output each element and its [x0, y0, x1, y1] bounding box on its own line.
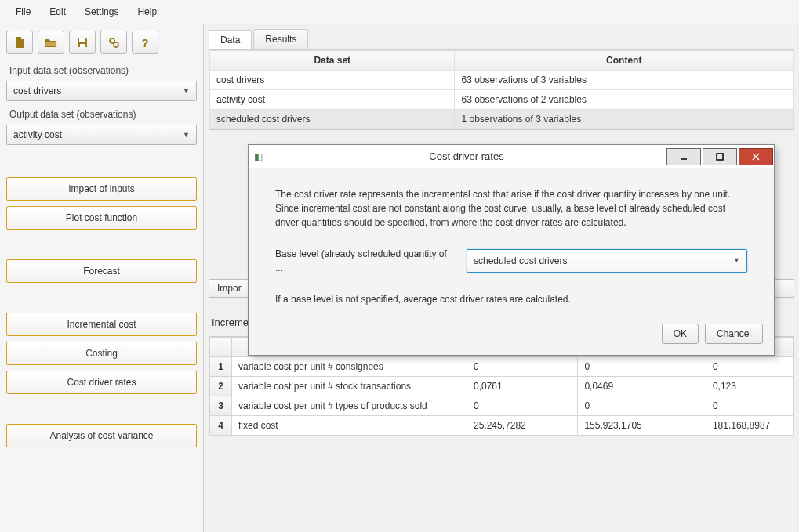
cell-high-bay: 155.923,1705: [578, 416, 706, 436]
cell-rownum: 4: [210, 416, 232, 436]
dialog-titlebar[interactable]: ◧ Cost driver rates: [249, 145, 774, 168]
cell-high-bay: 0: [578, 357, 706, 377]
input-dataset-label: Input data set (observations): [9, 65, 197, 76]
sidebar: ? Input data set (observations) cost dri…: [0, 24, 204, 532]
dialog-note: If a base level is not specified, averag…: [275, 292, 747, 306]
table-row[interactable]: 1variable cost per unit # consignees000: [210, 357, 794, 377]
input-dataset-value: cost drivers: [13, 85, 61, 96]
action-impact-of-inputs[interactable]: Impact of inputs: [6, 177, 197, 201]
cell-rownum: 3: [210, 396, 232, 416]
cell-desc: variable cost per unit # types of produc…: [232, 396, 467, 416]
menu-settings[interactable]: Settings: [75, 3, 128, 20]
table-row[interactable]: 2variable cost per unit # stock transact…: [210, 377, 794, 396]
menubar: File Edit Settings Help: [0, 0, 799, 24]
cell-content: 63 observations of 2 variables: [455, 90, 794, 110]
save-button[interactable]: [69, 31, 96, 54]
cell-content: 63 observations of 3 variables: [455, 71, 794, 90]
dialog-title: Cost driver rates: [267, 150, 666, 162]
col-content[interactable]: Content: [455, 51, 794, 71]
cell-order-processing: 0: [467, 357, 578, 377]
settings-button[interactable]: [100, 31, 127, 54]
cell-desc: fixed cost: [232, 416, 467, 436]
menu-help[interactable]: Help: [128, 3, 166, 20]
cell-dataset: activity cost: [210, 90, 455, 110]
svg-rect-0: [79, 38, 85, 42]
table-row[interactable]: scheduled cost drivers1 observations of …: [210, 110, 794, 129]
toolbar: ?: [6, 31, 197, 54]
table-row[interactable]: cost drivers63 observations of 3 variabl…: [210, 71, 794, 90]
chevron-down-icon: ▼: [183, 131, 190, 139]
dialog-app-icon: ◧: [249, 151, 267, 162]
cost-driver-rates-dialog: ◧ Cost driver rates The cost driver rate…: [248, 144, 775, 356]
dialog-description: The cost driver rate represents the incr…: [275, 187, 747, 230]
cell-order-processing: 0,0761: [467, 377, 578, 396]
cell-sum: 181.168,8987: [706, 416, 793, 436]
output-dataset-value: activity cost: [13, 129, 62, 140]
action-analysis-cost-variance[interactable]: Analysis of cost variance: [6, 424, 197, 447]
action-costing[interactable]: Costing: [6, 342, 197, 365]
output-dataset-dropdown[interactable]: activity cost ▼: [6, 125, 197, 145]
tab-bar: Data Results: [209, 29, 794, 49]
svg-point-3: [114, 42, 118, 47]
cell-content: 1 observations of 3 variables: [455, 110, 794, 129]
input-dataset-dropdown[interactable]: cost drivers ▼: [6, 81, 197, 101]
close-button[interactable]: [739, 148, 773, 165]
ok-button[interactable]: OK: [662, 324, 699, 344]
cancel-button[interactable]: Chancel: [705, 324, 763, 344]
cell-dataset: scheduled cost drivers: [210, 110, 455, 129]
base-level-value: scheduled cost drivers: [474, 254, 567, 268]
action-plot-cost-function[interactable]: Plot cost function: [6, 206, 197, 230]
tab-results[interactable]: Results: [253, 29, 308, 49]
col-dataset[interactable]: Data set: [210, 51, 455, 71]
action-incremental-cost[interactable]: Incremental cost: [6, 313, 197, 336]
cell-sum: 0: [706, 396, 793, 416]
minimize-button[interactable]: [666, 148, 701, 165]
cell-desc: variable cost per unit # consignees: [232, 357, 467, 377]
tab-data[interactable]: Data: [209, 30, 252, 49]
help-button[interactable]: ?: [132, 31, 158, 54]
menu-file[interactable]: File: [6, 3, 40, 20]
svg-point-2: [110, 38, 114, 43]
cell-dataset: cost drivers: [210, 71, 455, 90]
action-forecast[interactable]: Forecast: [6, 259, 197, 283]
menu-edit[interactable]: Edit: [40, 3, 75, 20]
output-dataset-label: Output data set (observations): [9, 109, 197, 120]
cell-order-processing: 0: [467, 396, 578, 416]
datasets-table: Data set Content cost drivers63 observat…: [209, 50, 794, 129]
open-file-button[interactable]: [38, 31, 64, 54]
table-row[interactable]: 3variable cost per unit # types of produ…: [210, 396, 794, 416]
svg-rect-1: [80, 44, 85, 47]
table-row[interactable]: activity cost63 observations of 2 variab…: [210, 90, 794, 110]
cell-sum: 0,123: [706, 377, 793, 396]
chevron-down-icon: ▼: [183, 87, 190, 95]
cell-desc: variable cost per unit # stock transacti…: [232, 377, 467, 396]
svg-rect-5: [717, 154, 723, 160]
chevron-down-icon: ▼: [733, 255, 740, 266]
cell-high-bay: 0,0469: [578, 377, 706, 396]
base-level-dropdown[interactable]: scheduled cost drivers ▼: [467, 249, 747, 273]
base-level-label: Base level (already scheduled quantity o…: [275, 247, 456, 275]
action-cost-driver-rates[interactable]: Cost driver rates: [6, 371, 197, 394]
cell-sum: 0: [706, 357, 793, 377]
new-file-button[interactable]: [6, 31, 33, 54]
cell-high-bay: 0: [578, 396, 706, 416]
cell-rownum: 2: [210, 377, 232, 396]
cell-rownum: 1: [210, 357, 232, 377]
col-rownum: [210, 338, 232, 357]
maximize-button[interactable]: [703, 148, 737, 165]
cell-order-processing: 25.245,7282: [467, 416, 578, 436]
table-row[interactable]: 4fixed cost25.245,7282155.923,1705181.16…: [210, 416, 794, 436]
dialog-body: The cost driver rate represents the incr…: [249, 168, 774, 316]
